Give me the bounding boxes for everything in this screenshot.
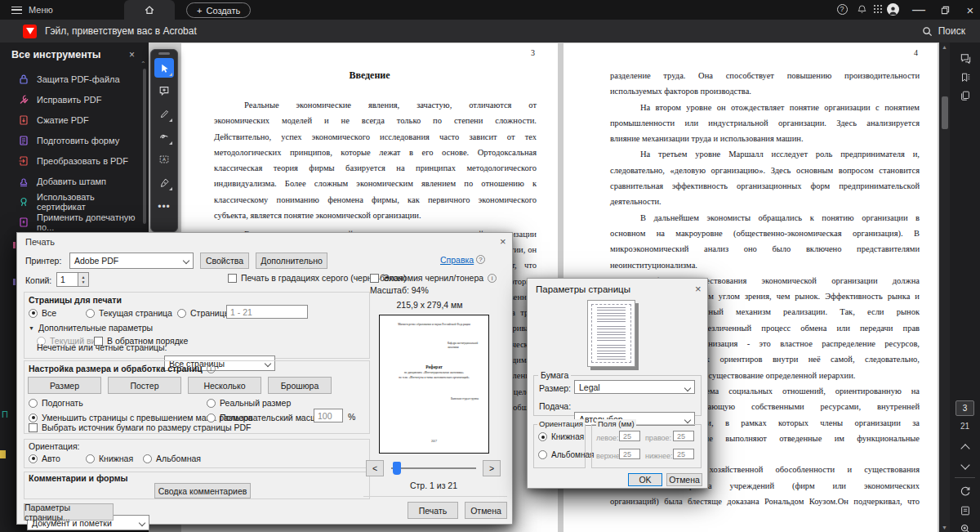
portrait-radio[interactable]: Книжная [86,454,133,463]
preview-prev-button[interactable]: < [366,460,384,476]
scroll-down-icon[interactable]: ▼ [942,525,947,530]
sidebar-item-preflight[interactable]: Применить допечатную по... [0,213,144,231]
printer-label: Принтер: [25,256,61,266]
properties-button[interactable]: Свойства [200,253,249,269]
margin-top-input[interactable] [619,449,640,459]
page-range-radio[interactable]: Страницы [177,308,230,318]
hidden-sidebar-icon-fragment [0,450,6,458]
menu-button[interactable]: Меню [29,5,53,15]
landscape-radio[interactable]: Альбомная [143,454,201,463]
text-line: неоинституционализма. [610,257,920,273]
cancel-button[interactable]: Отмена [465,502,507,519]
rotate-page-button[interactable] [956,482,974,500]
help-circle-icon[interactable]: ? [476,255,485,264]
close-panel-button[interactable]: × [129,49,135,60]
auto-label: Авто [42,454,60,463]
portrait-radio[interactable]: Книжная [538,432,584,441]
paper-source-checkbox[interactable]: Выбрать источник бумаги по размеру стран… [29,422,252,432]
select-tool[interactable] [154,58,174,78]
previous-page-button[interactable] [956,440,974,458]
booklet-button[interactable]: Брошюра [268,377,332,394]
comments-summary-button[interactable]: Сводка комментариев [154,483,251,498]
more-options-toggle[interactable]: ▼Дополнительные параметры [29,323,153,333]
create-button[interactable]: + Создать [186,2,251,18]
zoom-in-button[interactable] [956,520,974,532]
comment-plus-icon [158,85,170,96]
scroll-up-icon[interactable]: ⌃ [140,60,146,66]
actual-size-radio[interactable]: Реальный размер [207,398,291,408]
preview-slider-handle[interactable] [393,462,401,475]
fit-radio[interactable]: Подогнать [29,398,83,408]
sidebar-item-prepare-form[interactable]: Подготовить форму [0,132,144,150]
document-scrollbar[interactable]: ▲ ▼ [939,42,950,532]
radio-icon [86,309,95,318]
print-button[interactable]: Печать [408,502,458,519]
current-page-radio[interactable]: Текущая страница [86,308,172,318]
account-button[interactable] [884,0,902,18]
text-line: методологических принципов, которые лежа… [214,145,537,160]
cancel-button[interactable]: Отмена [666,473,702,486]
preview-next-button[interactable]: > [483,460,501,476]
ok-button[interactable]: OK [628,473,662,486]
fill-sign-tool[interactable] [154,172,174,192]
poster-button[interactable]: Постер [108,377,181,394]
sidebar-item-protect-pdf[interactable]: Защита PDF-файла [0,70,144,88]
paper-size-select[interactable]: Legal [574,380,695,394]
current-page-indicator[interactable]: 3 [956,400,974,416]
size-button[interactable]: Размер [28,377,101,394]
bookmarks-panel-button[interactable] [956,69,974,87]
advanced-button[interactable]: Дополнительно [256,253,327,269]
printer-select[interactable]: Adobe PDF [69,253,194,269]
landscape-radio[interactable]: Альбомная [538,450,594,459]
page-view-button[interactable] [956,502,974,520]
edit-text-tool[interactable]: A [154,150,174,169]
text-line: организаций) была блестяще доказана Рона… [610,494,920,509]
copies-input[interactable] [56,272,78,287]
toolbar-drag-handle[interactable] [158,52,170,55]
hidden-sidebar-icon-fragment [13,279,16,285]
page-range-input[interactable] [226,305,308,319]
home-tab[interactable] [124,0,175,20]
preview-slider-track[interactable] [391,467,476,469]
search-control[interactable]: Поиск [922,20,965,42]
rotate-icon [960,485,971,497]
poster-label: Постер [130,381,158,391]
multiple-button[interactable]: Несколько [188,377,261,394]
sidebar-item-compress-pdf[interactable]: Сжатие PDF [0,111,144,129]
landscape-label: Альбомная [156,454,201,463]
sidebar-item-convert-pdf[interactable]: Преобразовать в PDF [0,152,144,170]
minimize-button[interactable]: — [909,0,929,20]
landscape-label: Альбомная [551,450,594,459]
all-pages-radio[interactable]: Все [29,308,56,318]
close-window-button[interactable]: × [960,0,980,20]
next-page-button[interactable] [956,458,974,476]
margin-left-input[interactable] [619,431,640,441]
restore-button[interactable] [935,0,955,20]
page-thumbnails-button[interactable] [956,87,974,105]
draw-tool[interactable] [154,127,174,146]
more-tools-button[interactable]: ••• [154,197,174,217]
multiple-label: Несколько [203,381,245,391]
help-link[interactable]: Справка [440,255,474,265]
sidebar-item-use-certificate[interactable]: Использовать сертификат [0,193,144,211]
comments-panel-button[interactable] [956,49,974,67]
close-dialog-button[interactable]: × [500,235,506,248]
page-setup-button[interactable]: Параметры страницы... [24,503,114,521]
add-comment-tool[interactable] [154,81,174,101]
scrollbar-thumb[interactable] [942,96,948,129]
help-button[interactable]: ? [833,0,851,18]
copies-stepper[interactable]: ▲▼ [78,272,89,287]
bookmark-icon [960,72,971,83]
close-dialog-button[interactable]: × [695,283,702,295]
notifications-button[interactable] [853,0,871,18]
sidebar-item-add-stamp[interactable]: Добавить штамп [0,172,144,190]
scroll-up-icon[interactable]: ▲ [942,44,947,50]
sidebar-item-fix-pdf[interactable]: Исправить PDF [0,91,144,109]
margin-bottom-input[interactable] [673,449,694,459]
hamburger-menu-icon[interactable] [11,7,22,14]
auto-orientation-radio[interactable]: Авто [29,454,60,463]
custom-scale-input[interactable] [314,409,343,422]
margin-right-input[interactable] [673,431,694,441]
save-ink-checkbox[interactable]: Экономия чернил/тонераi [370,273,497,283]
pencil-tool[interactable] [154,104,174,123]
